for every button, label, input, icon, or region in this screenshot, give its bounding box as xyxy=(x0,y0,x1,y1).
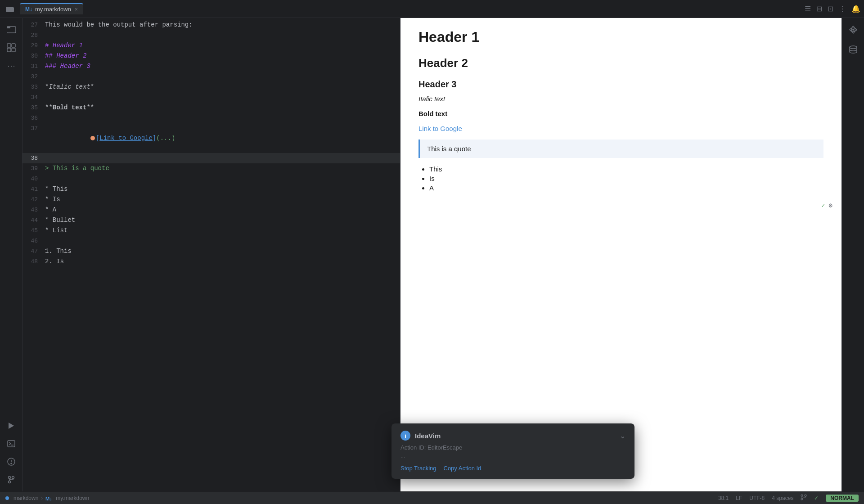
sidebar-item-run[interactable] xyxy=(3,418,19,434)
breadcrumb-filename[interactable]: my.markdown xyxy=(56,495,89,501)
line-number: 40 xyxy=(22,174,45,184)
vim-mode-badge[interactable]: NORMAL xyxy=(826,495,859,502)
list-item: Is xyxy=(429,175,824,182)
title-bar: M↓ my.markdown × ☰ ⊟ ⊡ ⋮ 🔔 xyxy=(0,0,864,18)
line-number: 41 xyxy=(22,184,45,194)
line-content: ## Header 2 xyxy=(45,51,400,61)
popup-title: IdeaVim xyxy=(415,432,441,440)
code-editor[interactable]: ✓ ⚙ 27 This would be the output after pa… xyxy=(22,18,400,491)
sidebar-item-explorer[interactable] xyxy=(3,22,19,38)
table-row: 47 1. This xyxy=(22,246,400,256)
table-row: 40 xyxy=(22,174,400,184)
sidebar-item-problems[interactable] xyxy=(3,454,19,470)
ai-icon[interactable] xyxy=(845,22,861,38)
menu-icon[interactable]: ☰ xyxy=(805,4,811,13)
left-sidebar: ⋯ xyxy=(0,18,22,491)
line-content xyxy=(45,113,400,123)
main-layout: ⋯ xyxy=(0,18,864,491)
line-number: 45 xyxy=(22,226,45,236)
stop-tracking-button[interactable]: Stop Tracking xyxy=(400,465,436,472)
line-number: 34 xyxy=(22,93,45,103)
table-row: 33 *Italic text* xyxy=(22,82,400,92)
svg-point-14 xyxy=(8,477,10,479)
database-icon[interactable] xyxy=(845,41,861,58)
line-ending[interactable]: LF xyxy=(736,495,742,501)
tab-close-button[interactable]: × xyxy=(75,6,78,13)
popup-header: i IdeaVim ⌄ xyxy=(400,431,626,441)
table-row: 46 xyxy=(22,236,400,246)
line-number: 43 xyxy=(22,205,45,215)
svg-rect-4 xyxy=(7,44,11,47)
editor-content[interactable]: 27 This would be the output after parsin… xyxy=(22,18,400,491)
table-row: 39 > This is a quote xyxy=(22,163,400,174)
table-row: 37 [Link to Google](...) xyxy=(22,123,400,153)
line-number: 46 xyxy=(22,236,45,246)
preview-link[interactable]: Link to Google xyxy=(418,125,824,132)
table-row: 28 xyxy=(22,30,400,40)
preview-italic-text: Italic text xyxy=(418,95,824,103)
table-row: 34 xyxy=(22,92,400,103)
svg-text:M↓: M↓ xyxy=(45,496,52,501)
line-content xyxy=(45,236,400,246)
svg-point-17 xyxy=(852,29,854,31)
popup-info-icon: i xyxy=(400,431,410,441)
svg-point-15 xyxy=(12,477,14,479)
line-number: 31 xyxy=(22,62,45,72)
line-content: [Link to Google](...) xyxy=(45,123,400,153)
line-number: 38 xyxy=(22,153,45,163)
table-row: 48 2. Is xyxy=(22,256,400,267)
preview-icon[interactable]: ⊡ xyxy=(828,4,833,13)
status-bar-right: 38:1 LF UTF-8 4 spaces ✓ NORMAL xyxy=(718,494,859,502)
line-content: * This xyxy=(45,184,400,194)
line-content xyxy=(45,174,400,184)
breadcrumb-markdown[interactable]: markdown xyxy=(14,495,38,501)
line-content: * A xyxy=(45,205,400,215)
line-number: 36 xyxy=(22,113,45,123)
breadcrumb-separator: › xyxy=(41,495,43,501)
file-charset[interactable]: UTF-8 xyxy=(749,495,765,501)
svg-rect-7 xyxy=(12,48,15,52)
preview-blockquote: This is a quote xyxy=(418,140,824,158)
line-content: * List xyxy=(45,225,400,235)
popup-chevron-icon[interactable]: ⌄ xyxy=(620,432,626,440)
svg-point-22 xyxy=(801,498,803,500)
table-row: 36 xyxy=(22,113,400,123)
more-options-icon[interactable]: ⋮ xyxy=(839,4,846,13)
title-bar-right: ☰ ⊟ ⊡ ⋮ 🔔 xyxy=(805,4,860,13)
sidebar-item-git[interactable] xyxy=(3,472,19,488)
line-content: # Header 1 xyxy=(45,40,400,50)
table-row: 44 * Bullet xyxy=(22,215,400,225)
svg-point-16 xyxy=(8,481,10,483)
line-number: 37 xyxy=(22,124,45,134)
preview-h2: Header 2 xyxy=(418,56,824,70)
indent-setting[interactable]: 4 spaces xyxy=(772,495,793,501)
table-row: 27 This would be the output after parsin… xyxy=(22,20,400,30)
sidebar-item-more[interactable]: ⋯ xyxy=(3,58,19,74)
tab-label: my.markdown xyxy=(35,6,71,13)
breadcrumb: markdown › M↓ my.markdown xyxy=(5,495,89,501)
table-row: 45 * List xyxy=(22,225,400,236)
copy-action-id-button[interactable]: Copy Action Id xyxy=(444,465,482,472)
line-content xyxy=(45,92,400,102)
line-number: 44 xyxy=(22,216,45,225)
table-row: 29 # Header 1 xyxy=(22,40,400,51)
preview-bold-text: Bold text xyxy=(418,110,824,117)
line-content xyxy=(45,30,400,40)
preview-h3: Header 3 xyxy=(418,79,824,90)
split-view-icon[interactable]: ⊟ xyxy=(816,4,822,13)
status-bar: markdown › M↓ my.markdown 38:1 LF UTF-8 … xyxy=(0,491,864,504)
git-icon xyxy=(801,494,807,502)
line-content: * Is xyxy=(45,194,400,204)
sidebar-item-terminal[interactable] xyxy=(3,436,19,452)
notifications-icon[interactable]: 🔔 xyxy=(851,4,860,13)
line-number: 32 xyxy=(22,72,45,82)
sidebar-item-structure[interactable] xyxy=(3,40,19,56)
editor-tab[interactable]: M↓ my.markdown × xyxy=(20,3,83,14)
line-number: 33 xyxy=(22,82,45,92)
svg-rect-1 xyxy=(6,7,9,9)
popup-actions: Stop Tracking Copy Action Id xyxy=(400,465,626,472)
folder-icon[interactable] xyxy=(4,3,16,15)
cursor-position[interactable]: 38:1 xyxy=(718,495,729,501)
line-number: 29 xyxy=(22,41,45,51)
svg-marker-8 xyxy=(9,423,14,429)
